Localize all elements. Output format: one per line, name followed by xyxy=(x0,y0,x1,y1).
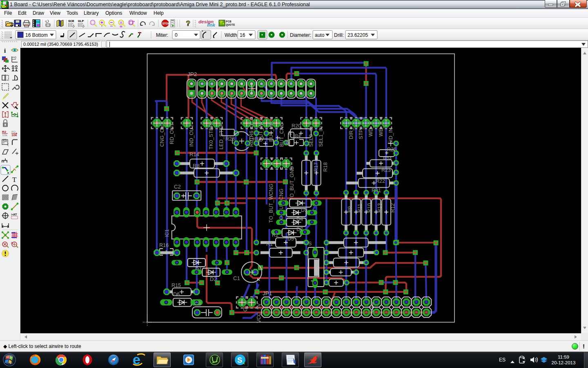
svg-text:C3: C3 xyxy=(194,301,201,307)
svg-text:D6: D6 xyxy=(173,292,180,297)
svg-text:R15: R15 xyxy=(172,283,181,288)
svg-text:R: R xyxy=(288,130,292,136)
svg-text:TK0_STEP: TK0_STEP xyxy=(208,124,214,150)
svg-text:Diameter:: Diameter: xyxy=(290,32,311,38)
svg-text:R10: R10 xyxy=(367,203,372,213)
svg-text:TO_BUT_WCNG: TO_BUT_WCNG xyxy=(268,184,274,223)
svg-text:R18: R18 xyxy=(323,162,328,172)
svg-text:>AT: >AT xyxy=(11,213,17,216)
svg-text:D2: D2 xyxy=(210,276,217,282)
svg-text:JP1: JP1 xyxy=(263,290,272,296)
svg-text:23.62205: 23.62205 xyxy=(347,32,368,38)
svg-text:CNG_OUT: CNG_OUT xyxy=(159,122,165,147)
svg-text:10k: 10k xyxy=(11,133,17,137)
svg-text:R8: R8 xyxy=(193,163,200,169)
svg-text:16 Bottom: 16 Bottom xyxy=(25,32,48,38)
svg-text:PCB: PCB xyxy=(226,20,232,23)
svg-text:STOP: STOP xyxy=(162,22,170,25)
svg-text:R17: R17 xyxy=(313,162,319,172)
svg-text:DIR_: DIR_ xyxy=(348,127,354,139)
svg-text:LED_STEP: LED_STEP xyxy=(218,123,224,149)
svg-text:STP_: STP_ xyxy=(358,126,364,139)
svg-text:10k: 10k xyxy=(2,133,8,137)
svg-text:16: 16 xyxy=(240,32,245,38)
svg-text:TO_BUT_GND: TO_BUT_GND xyxy=(289,166,295,200)
svg-text:T: T xyxy=(12,176,17,184)
svg-text:VCC_5V: VCC_5V xyxy=(256,303,262,323)
svg-text:SCR: SCR xyxy=(68,19,74,23)
svg-text:R24: R24 xyxy=(383,156,392,161)
svg-text:IND_OUT: IND_OUT xyxy=(189,124,194,147)
svg-text:i: i xyxy=(4,47,6,54)
svg-text:Drill:: Drill: xyxy=(334,32,344,38)
svg-text:auto: auto xyxy=(315,32,325,38)
svg-text:19: 19 xyxy=(285,139,290,145)
svg-text:S: S xyxy=(237,356,242,364)
svg-text:G: G xyxy=(243,307,248,312)
svg-text:0: 0 xyxy=(175,32,178,38)
svg-text:Width:: Width: xyxy=(225,32,238,38)
svg-text:WE_: WE_ xyxy=(378,125,384,137)
svg-text:ULP: ULP xyxy=(78,19,84,23)
svg-text:RD_OUT: RD_OUT xyxy=(169,123,175,144)
svg-text:R1: R1 xyxy=(266,241,273,247)
svg-text:R20: R20 xyxy=(292,123,301,129)
svg-text:D3: D3 xyxy=(301,207,307,213)
svg-text:R11: R11 xyxy=(357,204,363,213)
svg-text:D4: D4 xyxy=(296,216,303,222)
svg-text:D5: D5 xyxy=(287,236,294,242)
svg-text:R9: R9 xyxy=(347,206,353,213)
svg-text:link: link xyxy=(207,22,215,27)
svg-text:R22: R22 xyxy=(376,178,385,184)
svg-text:JP2: JP2 xyxy=(187,71,197,77)
svg-text:C1: C1 xyxy=(233,275,240,281)
svg-text:R12: R12 xyxy=(390,203,396,213)
svg-text:R16: R16 xyxy=(159,242,169,248)
svg-text:S: S xyxy=(308,241,312,247)
svg-text:D7: D7 xyxy=(296,227,303,232)
svg-text:Miter:: Miter: xyxy=(156,32,168,38)
svg-text:R2: R2 xyxy=(272,232,278,238)
svg-text:R28: R28 xyxy=(225,136,235,142)
svg-text:R14: R14 xyxy=(189,151,199,157)
svg-text:R13: R13 xyxy=(377,203,383,213)
svg-text:IC1: IC1 xyxy=(164,229,170,238)
svg-text:SEL1_IN: SEL1_IN xyxy=(318,126,324,147)
svg-text:QUOTE: QUOTE xyxy=(226,23,235,27)
svg-text:0: 0 xyxy=(15,56,16,59)
svg-text:R23: R23 xyxy=(381,167,391,173)
svg-text:?: ? xyxy=(186,20,190,27)
svg-text:WD_: WD_ xyxy=(368,125,374,137)
svg-text:C2: C2 xyxy=(174,184,181,190)
